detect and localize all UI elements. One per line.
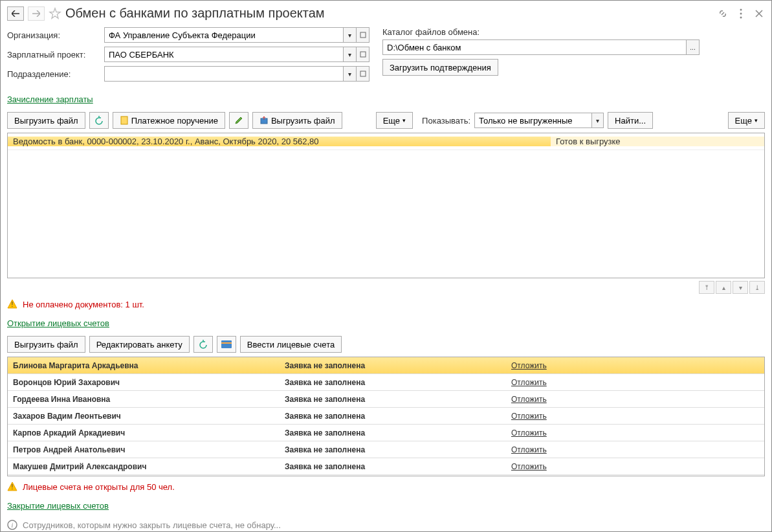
- page-title: Обмен с банками по зарплатным проектам: [65, 6, 325, 21]
- dept-open-button[interactable]: [357, 66, 369, 82]
- back-button[interactable]: [7, 6, 24, 21]
- edit-form-button[interactable]: Редактировать анкету: [89, 336, 190, 353]
- link-button[interactable]: [717, 8, 729, 19]
- employee-row[interactable]: Петров Андрей АнатольевичЗаявка не запол…: [8, 441, 764, 458]
- export-icon: [259, 116, 269, 125]
- postpone-link[interactable]: Отложить: [511, 412, 547, 421]
- employee-action-cell: Отложить: [506, 462, 764, 471]
- close-button[interactable]: [753, 8, 765, 19]
- svg-text:!: !: [12, 483, 14, 491]
- payment-order-label: Платежное поручение: [131, 116, 218, 126]
- employee-row[interactable]: Захаров Вадим ЛеонтьевичЗаявка не заполн…: [8, 408, 764, 425]
- export-file-button-3[interactable]: Выгрузить файл: [7, 336, 85, 353]
- postpone-link[interactable]: Отложить: [511, 445, 547, 454]
- show-filter-select[interactable]: [474, 113, 592, 128]
- main-window: Обмен с банками по зарплатным проектам О…: [0, 0, 772, 532]
- employees-table[interactable]: Блинова Маргарита АркадьевнаЗаявка не за…: [7, 357, 765, 476]
- employee-name-cell: Блинова Маргарита Аркадьевна: [8, 361, 280, 370]
- employee-row[interactable]: Карпов Аркадий АркадиевичЗаявка не запол…: [8, 425, 764, 441]
- more-menu-button[interactable]: [735, 8, 747, 19]
- employee-status-cell: Заявка не заполнена: [280, 378, 506, 387]
- more-button-1[interactable]: Еще ▾: [376, 112, 413, 129]
- employee-name-cell: Захаров Вадим Леонтьевич: [8, 412, 280, 421]
- project-dropdown-button[interactable]: ▾: [344, 47, 357, 62]
- open-icon: [360, 71, 366, 77]
- statement-status-cell: Готов к выгрузке: [551, 137, 764, 146]
- employee-row[interactable]: Воронцов Юрий ЗахаровичЗаявка не заполне…: [8, 374, 764, 391]
- catalog-label: Каталог файлов обмена:: [382, 27, 480, 37]
- titlebar: Обмен с банками по зарплатным проектам: [7, 6, 765, 21]
- catalog-input[interactable]: [382, 39, 687, 55]
- employee-status-cell: Заявка не заполнена: [280, 395, 506, 404]
- section2-toolbar: Выгрузить файл Редактировать анкету Ввес…: [7, 336, 765, 353]
- svg-point-1: [740, 12, 742, 14]
- org-dropdown-button[interactable]: ▾: [344, 27, 357, 43]
- employee-name-cell: Петров Андрей Анатольевич: [8, 445, 280, 454]
- forward-button[interactable]: [28, 6, 45, 21]
- load-confirmations-button[interactable]: Загрузить подтверждения: [382, 59, 498, 76]
- nav-last[interactable]: ⤓: [749, 281, 765, 294]
- employee-action-cell: Отложить: [506, 428, 764, 438]
- card-button[interactable]: [217, 336, 236, 353]
- export-file-label-2: Выгрузить файл: [271, 116, 335, 126]
- document-icon: [120, 116, 129, 125]
- open-accounts-link[interactable]: Открытие лицевых счетов: [7, 318, 109, 328]
- table-row[interactable]: Ведомость в банк, 0000-000002, 23.10.202…: [8, 133, 764, 150]
- unpaid-warning: ! Не оплачено документов: 1 шт.: [7, 299, 765, 309]
- svg-point-2: [740, 16, 742, 18]
- svg-text:!: !: [12, 301, 14, 308]
- refresh-button-2[interactable]: [193, 336, 213, 353]
- find-button[interactable]: Найти...: [608, 112, 653, 129]
- accounts-warning: ! Лицевые счета не открыты для 50 чел.: [7, 482, 765, 492]
- accounts-warning-text: Лицевые счета не открыты для 50 чел.: [23, 482, 175, 492]
- org-input[interactable]: [104, 27, 344, 43]
- close-icon: [755, 10, 763, 17]
- arrow-left-icon: [12, 10, 19, 17]
- employee-status-cell: Заявка не заполнена: [280, 412, 506, 421]
- employee-row[interactable]: Блинова Маргарита АркадьевнаЗаявка не за…: [8, 357, 764, 374]
- payment-order-button[interactable]: Платежное поручение: [113, 112, 225, 129]
- employee-row[interactable]: Макушев Дмитрий АлександровичЗаявка не з…: [8, 458, 764, 475]
- postpone-link[interactable]: Отложить: [511, 361, 547, 370]
- project-open-button[interactable]: [357, 47, 369, 62]
- dept-input[interactable]: [104, 66, 344, 82]
- postpone-link[interactable]: Отложить: [511, 462, 547, 471]
- export-file-button[interactable]: Выгрузить файл: [7, 112, 85, 129]
- open-icon: [360, 51, 366, 58]
- nav-up[interactable]: ▴: [716, 281, 731, 294]
- svg-text:i: i: [12, 522, 14, 529]
- edit-button[interactable]: [229, 112, 248, 129]
- project-input[interactable]: [104, 47, 344, 62]
- pencil-icon: [234, 116, 243, 125]
- employee-action-cell: Отложить: [506, 445, 764, 454]
- warning-icon: !: [7, 482, 17, 492]
- nav-down[interactable]: ▾: [733, 281, 748, 294]
- info-icon: i: [7, 520, 17, 530]
- enter-accounts-button[interactable]: Ввести лицевые счета: [240, 336, 342, 353]
- section1-toolbar: Выгрузить файл Платежное поручение Выгру…: [7, 112, 765, 129]
- postpone-link[interactable]: Отложить: [511, 428, 547, 438]
- close-accounts-link[interactable]: Закрытие лицевых счетов: [7, 501, 109, 511]
- refresh-button[interactable]: [89, 112, 109, 129]
- table-nav-arrows: ⤒ ▴ ▾ ⤓: [7, 281, 765, 294]
- employee-name-cell: Воронцов Юрий Захарович: [8, 378, 280, 387]
- dept-label: Подразделение:: [7, 69, 104, 79]
- more-button-2[interactable]: Еще ▾: [728, 112, 765, 129]
- employee-action-cell: Отложить: [506, 361, 764, 370]
- dept-dropdown-button[interactable]: ▾: [344, 66, 357, 82]
- nav-first[interactable]: ⤒: [699, 281, 714, 294]
- favorite-star[interactable]: [49, 7, 61, 20]
- postpone-link[interactable]: Отложить: [511, 395, 547, 404]
- org-open-button[interactable]: [357, 27, 369, 43]
- refresh-icon: [94, 116, 104, 125]
- open-icon: [360, 32, 366, 38]
- show-filter-dropdown[interactable]: ▾: [592, 113, 604, 128]
- employee-status-cell: Заявка не заполнена: [280, 445, 506, 454]
- statements-table[interactable]: Ведомость в банк, 0000-000002, 23.10.202…: [7, 133, 765, 278]
- postpone-link[interactable]: Отложить: [511, 378, 547, 387]
- catalog-browse-button[interactable]: ...: [687, 39, 700, 55]
- export-file-button-2[interactable]: Выгрузить файл: [252, 112, 342, 129]
- employee-row[interactable]: Гордеева Инна ИвановнаЗаявка не заполнен…: [8, 391, 764, 408]
- salary-crediting-link[interactable]: Зачисление зарплаты: [7, 94, 93, 104]
- svg-point-0: [740, 8, 742, 10]
